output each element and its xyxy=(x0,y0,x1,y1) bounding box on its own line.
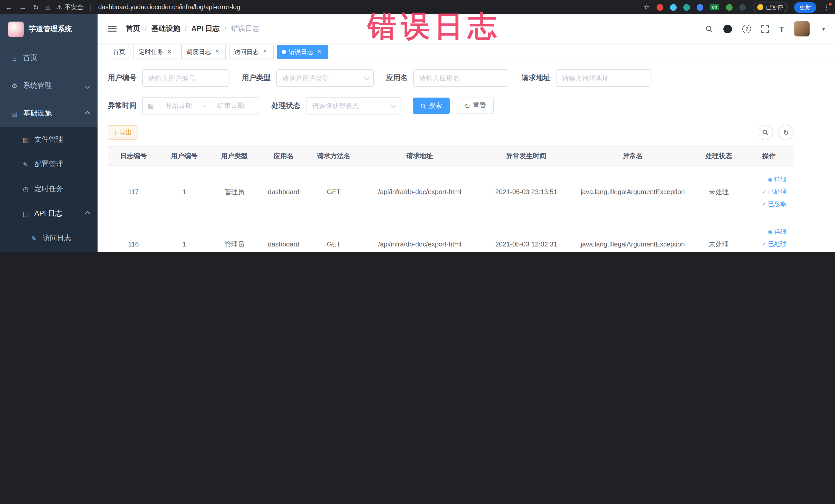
user-type-select[interactable] xyxy=(276,69,374,87)
cell-process-status: 未处理 xyxy=(693,187,745,196)
bookmark-star-icon[interactable]: ☆ xyxy=(644,4,650,11)
forward-icon[interactable]: → xyxy=(19,4,26,11)
sidebar-item-error-log[interactable]: ✎ 错误日志 xyxy=(0,250,98,252)
extension-icon-5[interactable] xyxy=(726,4,733,11)
font-size-icon[interactable]: T xyxy=(779,24,784,33)
address-bar[interactable]: dashboard.yudao.iocoder.cn/infra/log/api… xyxy=(98,4,637,11)
request-url-label: 请求地址 xyxy=(522,74,550,83)
breadcrumb-separator: / xyxy=(145,25,147,33)
extension-icon-3[interactable] xyxy=(683,4,690,11)
calendar-icon: ▦ xyxy=(148,102,154,109)
active-tab-dot xyxy=(282,50,286,54)
date-range-picker[interactable]: ▦ 开始日期 - 结束日期 xyxy=(142,97,259,115)
extension-on-badge[interactable]: on xyxy=(710,4,719,10)
tab-close-icon[interactable]: × xyxy=(213,48,221,56)
app-name-input[interactable] xyxy=(413,69,509,87)
app-title: 芋道管理系统 xyxy=(29,25,72,34)
extension-icon-4[interactable] xyxy=(697,4,703,11)
fullscreen-icon[interactable] xyxy=(761,25,769,33)
request-url-input[interactable] xyxy=(556,69,651,87)
tab-access-log[interactable]: 访问日志 × xyxy=(229,45,273,59)
tab-schedule-log[interactable]: 调度日志 × xyxy=(181,45,226,59)
cell-user-type: 管理员 xyxy=(209,240,259,249)
tab-scheduled-jobs[interactable]: 定时任务 × xyxy=(134,45,178,59)
avatar-caret-icon[interactable]: ▾ xyxy=(822,25,825,32)
breadcrumb-home[interactable]: 首页 xyxy=(126,24,140,33)
sidebar-item-home[interactable]: ⌂ 首页 xyxy=(0,44,98,72)
check-icon: ✓ xyxy=(762,201,767,207)
cell-actions: ◉ 详细 ✓ 已处理 ✓ 已忽略 xyxy=(745,175,794,208)
cell-app-name: dashboard xyxy=(259,188,308,196)
back-icon[interactable]: ← xyxy=(5,4,12,11)
breadcrumb-separator: / xyxy=(224,25,226,33)
github-icon[interactable] xyxy=(724,24,732,33)
col-method: 请求方法名 xyxy=(308,147,359,165)
refresh-icon: ↻ xyxy=(465,102,470,109)
detail-link[interactable]: ◉ 详细 xyxy=(768,175,787,184)
sidebar-item-access-log[interactable]: ✎ 访问日志 xyxy=(0,226,98,250)
user-type-label: 用户类型 xyxy=(242,74,270,83)
refresh-table-button[interactable]: ↻ xyxy=(778,125,794,140)
cell-exception-name: java.lang.IllegalArgumentException xyxy=(572,240,693,248)
exception-time-label: 异常时间 xyxy=(108,101,137,110)
browser-chrome: ← → ↻ ⌂ ⚠ 不安全 | dashboard.yudao.iocoder.… xyxy=(0,0,835,14)
col-actions: 操作 xyxy=(745,147,794,165)
tab-error-log[interactable]: 错误日志 × xyxy=(277,45,328,59)
log-icon: ▤ xyxy=(22,210,30,218)
extension-icon-2[interactable] xyxy=(670,4,677,11)
table-row: 117 1 管理员 dashboard GET /api/infra/db-do… xyxy=(108,166,794,218)
tab-close-icon[interactable]: × xyxy=(261,48,268,56)
table-body: 117 1 管理员 dashboard GET /api/infra/db-do… xyxy=(108,166,794,252)
browser-menu-button[interactable]: ⋮ xyxy=(823,3,830,11)
gear-icon: ⚙ xyxy=(10,82,19,89)
breadcrumb: 首页 / 基础设施 / API 日志 / 错误日志 xyxy=(126,24,260,33)
help-icon[interactable]: ? xyxy=(742,24,751,33)
export-button[interactable]: ↓ 导出 xyxy=(108,125,138,140)
check-icon: ✓ xyxy=(762,188,767,195)
ignored-link[interactable]: ✓ 已忽略 xyxy=(762,200,787,208)
edit-icon: ✎ xyxy=(22,160,30,168)
breadcrumb-infra[interactable]: 基础设施 xyxy=(151,24,180,33)
paused-badge[interactable]: 已暂停 xyxy=(753,2,788,12)
search-button[interactable]: 搜索 xyxy=(413,98,450,114)
warning-icon: ⚠ xyxy=(57,4,62,11)
update-button[interactable]: 更新 xyxy=(794,2,816,13)
cell-app-name: dashboard xyxy=(259,240,308,248)
col-process-status: 处理状态 xyxy=(693,147,745,165)
avatar[interactable] xyxy=(794,21,810,37)
sidebar-item-infra[interactable]: ▤ 基础设施 xyxy=(0,100,98,127)
processed-link[interactable]: ✓ 已处理 xyxy=(762,187,787,196)
extension-icon-6[interactable] xyxy=(739,4,746,11)
sidebar-item-system[interactable]: ⚙ 系统管理 xyxy=(0,72,98,100)
browser-home-icon[interactable]: ⌂ xyxy=(45,4,50,11)
cell-exception-time: 2021-05-03 12:02:31 xyxy=(480,240,572,248)
date-start-placeholder: 开始日期 xyxy=(156,101,202,110)
tab-close-icon[interactable]: × xyxy=(316,48,323,56)
col-request-url: 请求地址 xyxy=(359,147,480,165)
address-divider: | xyxy=(90,3,91,11)
tab-close-icon[interactable]: × xyxy=(166,48,173,56)
extension-icon-1[interactable] xyxy=(657,4,663,11)
app-logo[interactable]: 芋道管理系统 xyxy=(0,14,98,44)
col-exception-time: 异常发生时间 xyxy=(480,147,572,165)
refresh-icon: ↻ xyxy=(783,129,789,136)
reload-icon[interactable]: ↻ xyxy=(33,4,39,11)
tab-home[interactable]: 首页 xyxy=(108,45,130,59)
reset-button[interactable]: ↻ 重置 xyxy=(457,98,494,114)
home-icon: ⌂ xyxy=(10,54,19,62)
user-id-input[interactable] xyxy=(142,69,229,87)
security-indicator[interactable]: ⚠ 不安全 xyxy=(57,3,83,12)
hamburger-icon[interactable] xyxy=(108,25,117,32)
detail-link[interactable]: ◉ 详细 xyxy=(768,227,787,236)
search-icon[interactable] xyxy=(706,25,713,33)
sidebar-item-api-log[interactable]: ▤ API 日志 xyxy=(0,201,98,226)
eye-icon: ◉ xyxy=(768,228,773,235)
process-status-select[interactable] xyxy=(306,97,401,115)
sidebar-item-scheduled-jobs[interactable]: ◷ 定时任务 xyxy=(0,177,98,201)
breadcrumb-api-log[interactable]: API 日志 xyxy=(191,24,220,33)
toggle-search-button[interactable] xyxy=(758,125,773,140)
processed-link[interactable]: ✓ 已处理 xyxy=(762,240,787,248)
sidebar-item-file-manage[interactable]: ▥ 文件管理 xyxy=(0,127,98,152)
cell-exception-time: 2021-05-03 23:13:51 xyxy=(480,188,572,196)
sidebar-item-config-manage[interactable]: ✎ 配置管理 xyxy=(0,152,98,177)
